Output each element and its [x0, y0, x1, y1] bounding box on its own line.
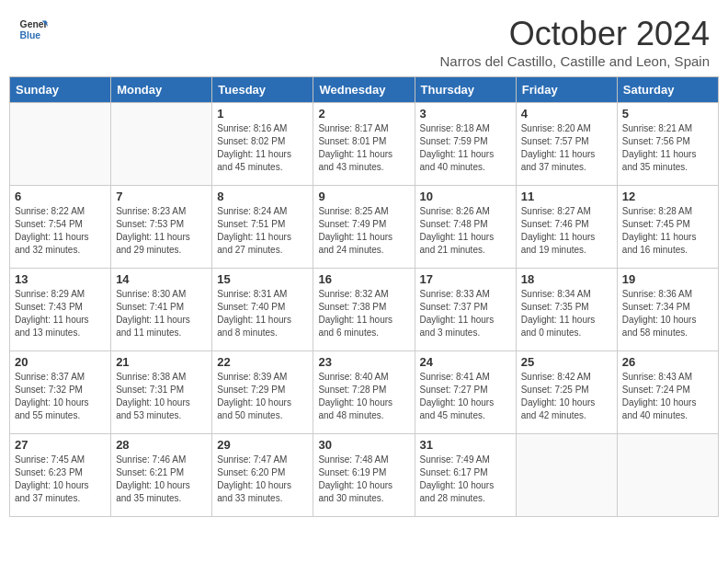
calendar-cell: 13Sunrise: 8:29 AM Sunset: 7:43 PM Dayli… — [10, 269, 111, 351]
day-number: 6 — [15, 190, 106, 203]
day-info: Sunrise: 8:38 AM Sunset: 7:31 PM Dayligh… — [116, 371, 207, 422]
calendar-cell: 4Sunrise: 8:20 AM Sunset: 7:57 PM Daylig… — [516, 103, 617, 186]
weekday-header-friday: Friday — [516, 77, 617, 103]
weekday-header-thursday: Thursday — [415, 77, 516, 103]
day-info: Sunrise: 8:40 AM Sunset: 7:28 PM Dayligh… — [318, 371, 409, 422]
day-info: Sunrise: 8:18 AM Sunset: 7:59 PM Dayligh… — [420, 122, 511, 174]
logo-icon: General Blue — [18, 15, 48, 44]
calendar-cell — [10, 103, 111, 186]
week-row-2: 6Sunrise: 8:22 AM Sunset: 7:54 PM Daylig… — [10, 186, 719, 269]
calendar-cell: 26Sunrise: 8:43 AM Sunset: 7:24 PM Dayli… — [617, 351, 718, 434]
day-info: Sunrise: 8:16 AM Sunset: 8:02 PM Dayligh… — [217, 122, 308, 174]
week-row-4: 20Sunrise: 8:37 AM Sunset: 7:32 PM Dayli… — [10, 351, 719, 434]
day-number: 5 — [622, 107, 713, 121]
calendar-cell: 12Sunrise: 8:28 AM Sunset: 7:45 PM Dayli… — [617, 186, 718, 269]
day-number: 2 — [318, 107, 409, 121]
calendar-table: SundayMondayTuesdayWednesdayThursdayFrid… — [9, 76, 719, 517]
day-info: Sunrise: 8:24 AM Sunset: 7:51 PM Dayligh… — [217, 205, 308, 257]
day-number: 9 — [318, 190, 409, 203]
calendar-cell — [617, 434, 718, 517]
day-number: 13 — [15, 272, 106, 286]
calendar-cell: 6Sunrise: 8:22 AM Sunset: 7:54 PM Daylig… — [10, 186, 111, 269]
day-info: Sunrise: 8:33 AM Sunset: 7:37 PM Dayligh… — [420, 288, 511, 339]
day-number: 27 — [15, 438, 106, 452]
calendar-cell: 8Sunrise: 8:24 AM Sunset: 7:51 PM Daylig… — [212, 186, 313, 269]
weekday-header-wednesday: Wednesday — [313, 77, 415, 103]
day-number: 7 — [116, 190, 207, 203]
calendar-cell: 18Sunrise: 8:34 AM Sunset: 7:35 PM Dayli… — [516, 269, 617, 351]
day-number: 17 — [420, 272, 511, 286]
day-info: Sunrise: 8:23 AM Sunset: 7:53 PM Dayligh… — [116, 205, 207, 257]
day-number: 31 — [420, 438, 511, 452]
weekday-header-tuesday: Tuesday — [212, 77, 313, 103]
calendar-cell: 31Sunrise: 7:49 AM Sunset: 6:17 PM Dayli… — [415, 434, 516, 517]
day-info: Sunrise: 8:43 AM Sunset: 7:24 PM Dayligh… — [622, 371, 713, 422]
calendar-cell: 16Sunrise: 8:32 AM Sunset: 7:38 PM Dayli… — [313, 269, 415, 351]
day-info: Sunrise: 8:28 AM Sunset: 7:45 PM Dayligh… — [622, 205, 713, 257]
day-number: 10 — [420, 190, 511, 203]
day-info: Sunrise: 7:45 AM Sunset: 6:23 PM Dayligh… — [15, 454, 106, 505]
weekday-header-row: SundayMondayTuesdayWednesdayThursdayFrid… — [10, 77, 719, 103]
month-title: October 2024 — [440, 15, 711, 53]
day-info: Sunrise: 8:31 AM Sunset: 7:40 PM Dayligh… — [217, 288, 308, 339]
day-info: Sunrise: 7:49 AM Sunset: 6:17 PM Dayligh… — [420, 454, 511, 505]
day-number: 15 — [217, 272, 308, 286]
weekday-header-monday: Monday — [111, 77, 212, 103]
calendar-cell — [516, 434, 617, 517]
day-number: 14 — [116, 272, 207, 286]
week-row-5: 27Sunrise: 7:45 AM Sunset: 6:23 PM Dayli… — [10, 434, 719, 517]
day-info: Sunrise: 8:17 AM Sunset: 8:01 PM Dayligh… — [318, 122, 409, 174]
calendar-cell: 24Sunrise: 8:41 AM Sunset: 7:27 PM Dayli… — [415, 351, 516, 434]
day-info: Sunrise: 8:21 AM Sunset: 7:56 PM Dayligh… — [622, 122, 713, 174]
day-info: Sunrise: 8:27 AM Sunset: 7:46 PM Dayligh… — [521, 205, 612, 257]
day-number: 21 — [116, 355, 207, 369]
calendar-cell: 19Sunrise: 8:36 AM Sunset: 7:34 PM Dayli… — [617, 269, 718, 351]
day-number: 12 — [622, 190, 713, 203]
day-info: Sunrise: 7:47 AM Sunset: 6:20 PM Dayligh… — [217, 454, 308, 505]
day-info: Sunrise: 8:34 AM Sunset: 7:35 PM Dayligh… — [521, 288, 612, 339]
calendar-cell: 20Sunrise: 8:37 AM Sunset: 7:32 PM Dayli… — [10, 351, 111, 434]
page-header: General Blue October 2024 Narros del Cas… — [0, 0, 728, 76]
day-number: 20 — [15, 355, 106, 369]
calendar-cell: 3Sunrise: 8:18 AM Sunset: 7:59 PM Daylig… — [415, 103, 516, 186]
weekday-header-saturday: Saturday — [617, 77, 718, 103]
day-number: 25 — [521, 355, 612, 369]
svg-text:Blue: Blue — [20, 30, 41, 40]
day-info: Sunrise: 8:20 AM Sunset: 7:57 PM Dayligh… — [521, 122, 612, 174]
calendar-cell: 17Sunrise: 8:33 AM Sunset: 7:37 PM Dayli… — [415, 269, 516, 351]
calendar-cell: 2Sunrise: 8:17 AM Sunset: 8:01 PM Daylig… — [313, 103, 415, 186]
day-info: Sunrise: 8:39 AM Sunset: 7:29 PM Dayligh… — [217, 371, 308, 422]
week-row-1: 1Sunrise: 8:16 AM Sunset: 8:02 PM Daylig… — [10, 103, 719, 186]
day-number: 4 — [521, 107, 612, 121]
day-number: 24 — [420, 355, 511, 369]
day-number: 19 — [622, 272, 713, 286]
day-number: 28 — [116, 438, 207, 452]
day-number: 22 — [217, 355, 308, 369]
day-info: Sunrise: 8:32 AM Sunset: 7:38 PM Dayligh… — [318, 288, 409, 339]
day-number: 18 — [521, 272, 612, 286]
day-number: 8 — [217, 190, 308, 203]
day-number: 1 — [217, 107, 308, 121]
calendar-cell: 30Sunrise: 7:48 AM Sunset: 6:19 PM Dayli… — [313, 434, 415, 517]
calendar-cell: 22Sunrise: 8:39 AM Sunset: 7:29 PM Dayli… — [212, 351, 313, 434]
day-info: Sunrise: 8:22 AM Sunset: 7:54 PM Dayligh… — [15, 205, 106, 257]
calendar-cell: 25Sunrise: 8:42 AM Sunset: 7:25 PM Dayli… — [516, 351, 617, 434]
weekday-header-sunday: Sunday — [10, 77, 111, 103]
day-info: Sunrise: 8:36 AM Sunset: 7:34 PM Dayligh… — [622, 288, 713, 339]
calendar-cell: 27Sunrise: 7:45 AM Sunset: 6:23 PM Dayli… — [10, 434, 111, 517]
location-title: Narros del Castillo, Castille and Leon, … — [440, 53, 711, 69]
day-info: Sunrise: 8:26 AM Sunset: 7:48 PM Dayligh… — [420, 205, 511, 257]
day-info: Sunrise: 8:25 AM Sunset: 7:49 PM Dayligh… — [318, 205, 409, 257]
calendar-cell: 9Sunrise: 8:25 AM Sunset: 7:49 PM Daylig… — [313, 186, 415, 269]
week-row-3: 13Sunrise: 8:29 AM Sunset: 7:43 PM Dayli… — [10, 269, 719, 351]
day-number: 11 — [521, 190, 612, 203]
day-info: Sunrise: 7:46 AM Sunset: 6:21 PM Dayligh… — [116, 454, 207, 505]
calendar-cell: 5Sunrise: 8:21 AM Sunset: 7:56 PM Daylig… — [617, 103, 718, 186]
calendar-cell: 11Sunrise: 8:27 AM Sunset: 7:46 PM Dayli… — [516, 186, 617, 269]
calendar-cell: 7Sunrise: 8:23 AM Sunset: 7:53 PM Daylig… — [111, 186, 212, 269]
day-info: Sunrise: 8:41 AM Sunset: 7:27 PM Dayligh… — [420, 371, 511, 422]
calendar-cell: 21Sunrise: 8:38 AM Sunset: 7:31 PM Dayli… — [111, 351, 212, 434]
calendar-cell: 29Sunrise: 7:47 AM Sunset: 6:20 PM Dayli… — [212, 434, 313, 517]
calendar-cell — [111, 103, 212, 186]
title-block: October 2024 Narros del Castillo, Castil… — [440, 15, 711, 69]
